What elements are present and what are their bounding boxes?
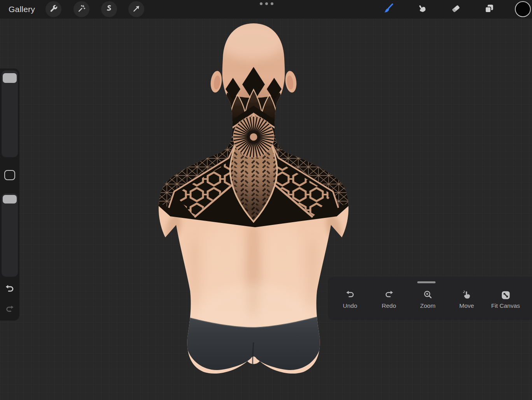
brush-sidebar [0,68,19,321]
fit-canvas-button[interactable]: Fit Canvas [488,290,523,318]
artwork-canvas[interactable] [0,19,532,400]
top-toolbar: Gallery [0,0,532,19]
brush-opacity-slider[interactable] [2,193,18,277]
ellipsis-menu-icon[interactable] [260,2,273,5]
eraser-icon [450,3,461,16]
zoom-label: Zoom [420,302,436,309]
selection-button[interactable] [101,1,117,17]
smudge-tool-button[interactable] [414,2,430,17]
layers-button[interactable] [481,2,497,17]
redo-arrow-icon [5,305,15,315]
magic-wand-icon [77,4,86,14]
magnifier-plus-icon [423,290,433,300]
undo-button[interactable]: Undo [332,290,368,318]
sidebar-redo-button[interactable] [5,305,15,315]
modify-button[interactable] [4,170,15,180]
selection-s-icon [105,4,114,14]
paint-tool-button[interactable] [381,2,396,17]
redo-label: Redo [382,302,396,309]
zoom-button[interactable]: Zoom [410,290,446,318]
sidebar-undo-button[interactable] [4,284,15,295]
drag-handle[interactable] [417,281,436,283]
brush-opacity-handle[interactable] [3,195,17,204]
artwork-3d-model [0,19,532,400]
layers-icon [484,3,495,16]
undo-arrow-icon [345,290,355,300]
redo-arrow-icon [384,290,394,300]
gesture-toolbar: Undo Redo Zoom [328,277,532,320]
fit-canvas-icon [500,290,511,300]
fit-canvas-label: Fit Canvas [491,302,520,309]
brush-size-slider[interactable] [2,70,18,157]
paint-brush-icon [383,3,394,16]
move-button[interactable]: Move [449,290,485,318]
erase-tool-button[interactable] [448,2,464,17]
color-swatch[interactable] [515,1,531,17]
move-label: Move [459,302,474,309]
redo-button[interactable]: Redo [371,290,407,318]
undo-arrow-icon [4,284,15,295]
wrench-icon [49,4,58,14]
transform-arrow-icon [132,4,141,14]
actions-button[interactable] [46,1,61,17]
transform-button[interactable] [128,1,144,17]
smudge-finger-icon [416,3,427,16]
neck-tattoo [156,67,351,227]
model-body [148,19,366,381]
procreate-3d-painting-screen: { "topbar": { "gallery_label": "Gallery"… [0,0,532,400]
undo-label: Undo [343,302,357,309]
pointing-hand-icon [462,290,472,300]
adjustments-button[interactable] [74,1,89,17]
brush-size-handle[interactable] [3,73,17,83]
gallery-button[interactable]: Gallery [9,0,35,19]
